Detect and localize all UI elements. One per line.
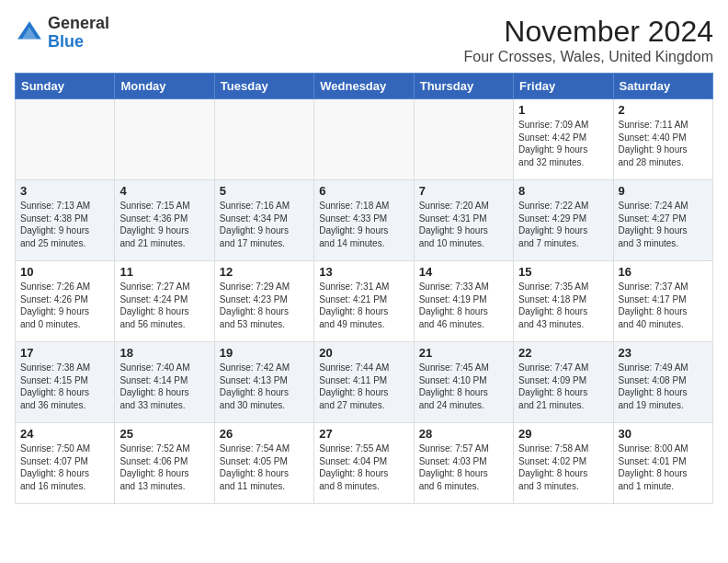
day-number: 24 xyxy=(20,427,109,441)
day-info: Sunrise: 7:31 AM Sunset: 4:21 PM Dayligh… xyxy=(319,281,408,330)
day-cell: 12Sunrise: 7:29 AM Sunset: 4:23 PM Dayli… xyxy=(214,261,313,342)
day-cell: 3Sunrise: 7:13 AM Sunset: 4:38 PM Daylig… xyxy=(16,180,115,261)
day-info: Sunrise: 7:57 AM Sunset: 4:03 PM Dayligh… xyxy=(419,442,508,492)
day-info: Sunrise: 7:49 AM Sunset: 4:08 PM Dayligh… xyxy=(619,362,708,411)
calendar: SundayMondayTuesdayWednesdayThursdayFrid… xyxy=(15,73,713,504)
week-row-4: 17Sunrise: 7:38 AM Sunset: 4:15 PM Dayli… xyxy=(16,342,713,423)
day-info: Sunrise: 7:47 AM Sunset: 4:09 PM Dayligh… xyxy=(518,362,608,411)
day-cell: 1Sunrise: 7:09 AM Sunset: 4:42 PM Daylig… xyxy=(514,99,613,180)
day-info: Sunrise: 7:09 AM Sunset: 4:42 PM Dayligh… xyxy=(518,119,608,168)
logo-text: General Blue xyxy=(48,15,109,52)
day-number: 10 xyxy=(20,265,109,279)
day-info: Sunrise: 7:16 AM Sunset: 4:34 PM Dayligh… xyxy=(220,200,309,249)
day-number: 19 xyxy=(220,346,309,360)
day-cell: 20Sunrise: 7:44 AM Sunset: 4:11 PM Dayli… xyxy=(314,342,414,423)
day-cell: 8Sunrise: 7:22 AM Sunset: 4:29 PM Daylig… xyxy=(514,180,613,261)
day-number: 29 xyxy=(518,427,608,441)
day-cell: 27Sunrise: 7:55 AM Sunset: 4:04 PM Dayli… xyxy=(314,423,414,504)
day-cell: 13Sunrise: 7:31 AM Sunset: 4:21 PM Dayli… xyxy=(314,261,414,342)
day-cell: 14Sunrise: 7:33 AM Sunset: 4:19 PM Dayli… xyxy=(414,261,513,342)
day-cell: 23Sunrise: 7:49 AM Sunset: 4:08 PM Dayli… xyxy=(613,342,712,423)
day-cell xyxy=(314,99,414,180)
day-cell: 10Sunrise: 7:26 AM Sunset: 4:26 PM Dayli… xyxy=(16,261,115,342)
day-info: Sunrise: 7:54 AM Sunset: 4:05 PM Dayligh… xyxy=(220,442,309,492)
day-number: 17 xyxy=(20,346,109,360)
day-info: Sunrise: 7:13 AM Sunset: 4:38 PM Dayligh… xyxy=(20,200,109,249)
day-number: 11 xyxy=(119,265,209,279)
day-number: 6 xyxy=(319,184,408,198)
day-info: Sunrise: 7:52 AM Sunset: 4:06 PM Dayligh… xyxy=(119,442,209,492)
day-cell: 6Sunrise: 7:18 AM Sunset: 4:33 PM Daylig… xyxy=(314,180,414,261)
day-cell: 19Sunrise: 7:42 AM Sunset: 4:13 PM Dayli… xyxy=(214,342,313,423)
day-cell: 28Sunrise: 7:57 AM Sunset: 4:03 PM Dayli… xyxy=(414,423,513,504)
day-cell: 18Sunrise: 7:40 AM Sunset: 4:14 PM Dayli… xyxy=(115,342,214,423)
day-number: 14 xyxy=(419,265,508,279)
day-number: 5 xyxy=(220,184,309,198)
day-cell: 9Sunrise: 7:24 AM Sunset: 4:27 PM Daylig… xyxy=(613,180,712,261)
week-row-2: 3Sunrise: 7:13 AM Sunset: 4:38 PM Daylig… xyxy=(16,180,713,261)
weekday-monday: Monday xyxy=(115,74,214,99)
day-number: 20 xyxy=(319,346,408,360)
day-number: 3 xyxy=(20,184,109,198)
day-info: Sunrise: 7:38 AM Sunset: 4:15 PM Dayligh… xyxy=(20,362,109,411)
week-row-3: 10Sunrise: 7:26 AM Sunset: 4:26 PM Dayli… xyxy=(16,261,713,342)
day-cell: 22Sunrise: 7:47 AM Sunset: 4:09 PM Dayli… xyxy=(514,342,613,423)
day-number: 30 xyxy=(619,427,708,441)
day-cell: 30Sunrise: 8:00 AM Sunset: 4:01 PM Dayli… xyxy=(613,423,712,504)
day-cell xyxy=(115,99,214,180)
day-number: 8 xyxy=(518,184,608,198)
day-info: Sunrise: 7:37 AM Sunset: 4:17 PM Dayligh… xyxy=(619,281,708,330)
day-info: Sunrise: 7:35 AM Sunset: 4:18 PM Dayligh… xyxy=(518,281,608,330)
weekday-header-row: SundayMondayTuesdayWednesdayThursdayFrid… xyxy=(16,74,713,99)
location-title: Four Crosses, Wales, United Kingdom xyxy=(463,49,713,65)
day-cell: 7Sunrise: 7:20 AM Sunset: 4:31 PM Daylig… xyxy=(414,180,513,261)
day-cell: 29Sunrise: 7:58 AM Sunset: 4:02 PM Dayli… xyxy=(514,423,613,504)
day-info: Sunrise: 7:50 AM Sunset: 4:07 PM Dayligh… xyxy=(20,442,109,492)
day-number: 23 xyxy=(619,346,708,360)
weekday-friday: Friday xyxy=(514,74,613,99)
day-number: 13 xyxy=(319,265,408,279)
day-number: 12 xyxy=(220,265,309,279)
day-cell: 11Sunrise: 7:27 AM Sunset: 4:24 PM Dayli… xyxy=(115,261,214,342)
day-number: 25 xyxy=(119,427,209,441)
day-number: 7 xyxy=(419,184,508,198)
title-section: November 2024 Four Crosses, Wales, Unite… xyxy=(463,15,713,65)
day-info: Sunrise: 7:55 AM Sunset: 4:04 PM Dayligh… xyxy=(319,442,408,492)
day-info: Sunrise: 7:15 AM Sunset: 4:36 PM Dayligh… xyxy=(119,200,209,249)
day-cell: 26Sunrise: 7:54 AM Sunset: 4:05 PM Dayli… xyxy=(214,423,313,504)
day-info: Sunrise: 8:00 AM Sunset: 4:01 PM Dayligh… xyxy=(619,442,708,492)
day-cell xyxy=(16,99,115,180)
day-info: Sunrise: 7:26 AM Sunset: 4:26 PM Dayligh… xyxy=(20,281,109,330)
day-cell: 25Sunrise: 7:52 AM Sunset: 4:06 PM Dayli… xyxy=(115,423,214,504)
weekday-wednesday: Wednesday xyxy=(314,74,414,99)
logo-icon xyxy=(15,18,44,48)
day-info: Sunrise: 7:58 AM Sunset: 4:02 PM Dayligh… xyxy=(518,442,608,492)
logo: General Blue xyxy=(15,15,109,52)
day-number: 9 xyxy=(619,184,708,198)
day-number: 27 xyxy=(319,427,408,441)
day-cell: 24Sunrise: 7:50 AM Sunset: 4:07 PM Dayli… xyxy=(16,423,115,504)
day-number: 2 xyxy=(619,103,708,117)
day-number: 22 xyxy=(518,346,608,360)
day-info: Sunrise: 7:40 AM Sunset: 4:14 PM Dayligh… xyxy=(119,362,209,411)
day-info: Sunrise: 7:29 AM Sunset: 4:23 PM Dayligh… xyxy=(220,281,309,330)
day-info: Sunrise: 7:33 AM Sunset: 4:19 PM Dayligh… xyxy=(419,281,508,330)
day-number: 18 xyxy=(119,346,209,360)
page-header: General Blue November 2024 Four Crosses,… xyxy=(15,15,713,65)
day-cell: 17Sunrise: 7:38 AM Sunset: 4:15 PM Dayli… xyxy=(16,342,115,423)
day-cell xyxy=(414,99,513,180)
day-number: 1 xyxy=(518,103,608,117)
day-info: Sunrise: 7:27 AM Sunset: 4:24 PM Dayligh… xyxy=(119,281,209,330)
weekday-tuesday: Tuesday xyxy=(214,74,313,99)
weekday-thursday: Thursday xyxy=(414,74,513,99)
day-cell: 5Sunrise: 7:16 AM Sunset: 4:34 PM Daylig… xyxy=(214,180,313,261)
weekday-saturday: Saturday xyxy=(613,74,712,99)
day-info: Sunrise: 7:22 AM Sunset: 4:29 PM Dayligh… xyxy=(518,200,608,249)
day-number: 28 xyxy=(419,427,508,441)
day-number: 21 xyxy=(419,346,508,360)
day-number: 26 xyxy=(220,427,309,441)
month-title: November 2024 xyxy=(463,15,713,49)
day-cell: 4Sunrise: 7:15 AM Sunset: 4:36 PM Daylig… xyxy=(115,180,214,261)
day-info: Sunrise: 7:45 AM Sunset: 4:10 PM Dayligh… xyxy=(419,362,508,411)
day-number: 15 xyxy=(518,265,608,279)
